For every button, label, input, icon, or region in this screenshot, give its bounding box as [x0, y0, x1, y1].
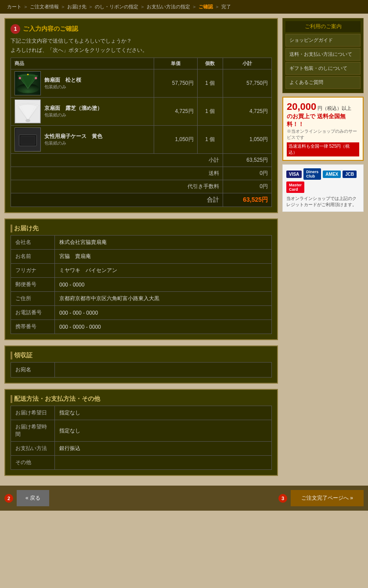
product-image-1 — [14, 71, 41, 95]
total-row: 合計 63,525円 — [11, 193, 272, 207]
footer-buttons: 2 « 戻る 3 ご注文完了ページへ » — [0, 486, 368, 511]
content-area: 1 ご入力内容のご確認 下記ご注文内容で送信してもよろしいでしょうか？ よろしけ… — [4, 18, 278, 481]
table-row: お届け希望時間 指定なし — [11, 420, 272, 442]
confirm-text1: 下記ご注文内容で送信してもよろしいでしょうか？ — [11, 37, 272, 45]
method-section: 配送方法・お支払方法・その他 お届け希望日 指定なし お届け希望時間 指定なし … — [4, 389, 278, 476]
svg-point-1 — [18, 77, 21, 79]
sidebar-item-shopping-guide[interactable]: ショッピングガイド — [285, 34, 361, 47]
amex-logo: AMEX — [323, 171, 341, 178]
product-cell-2: 京扇面 露芝（溜め塗） 包装紙のみ — [11, 98, 154, 126]
breadcrumb-cart[interactable]: カート — [7, 4, 22, 10]
breadcrumb-payment[interactable]: お支払い方法の指定 — [147, 4, 190, 10]
col-price: 単価 — [154, 58, 197, 69]
table-row: お電話番号 000 - 000 - 0000 — [11, 306, 272, 320]
diners-logo: DinersClub — [303, 168, 321, 180]
shipping-value: 0円 — [223, 167, 272, 180]
field-label-mobile: 携帯番号 — [11, 320, 55, 334]
table-row: お支払い方法 銀行振込 — [11, 442, 272, 456]
field-label-phone: お電話番号 — [11, 306, 55, 320]
section2-title: お届け先 — [11, 225, 272, 232]
total-value: 63,525円 — [223, 193, 272, 207]
promo-express: 迅速送料も全国一律 525円（税込） — [287, 142, 359, 156]
field-value-payment: 銀行振込 — [55, 442, 272, 456]
product-name-2: 京扇面 露芝（溜め塗） — [44, 105, 102, 112]
subtotal-value: 63,525円 — [223, 154, 272, 167]
product-subtotal-1: 57,750円 — [223, 69, 272, 98]
back-label: « 戻る — [25, 494, 40, 502]
product-price-1: 57,750円 — [154, 69, 197, 98]
table-row: 携帯番号 000 - 0000 - 0000 — [11, 320, 272, 334]
section4-title: 配送方法・お支払方法・その他 — [11, 395, 272, 403]
receipt-section: 領収証 お宛名 — [4, 345, 278, 384]
table-row: お名前 宮脇 賣扇庵 — [11, 250, 272, 264]
product-sub-1: 包装紙のみ — [44, 84, 81, 90]
sidebar-item-faq[interactable]: よくあるご質問 — [285, 76, 361, 89]
table-row: フリガナ ミヤワキ バイセンアン — [11, 264, 272, 278]
confirm-text2: よろしければ、「次へ」ボタンをクリックしてください。 — [11, 47, 272, 54]
method-table: お届け希望日 指定なし お届け希望時間 指定なし お支払い方法 銀行振込 その他 — [11, 406, 272, 470]
product-sub-2: 包装紙のみ — [44, 112, 102, 118]
card-logos: VISA DinersClub AMEX JCB MasterCard — [286, 168, 360, 193]
table-row: 会社名 株式会社宮脇賣扇庵 — [11, 236, 272, 250]
field-value-phone: 000 - 000 - 0000 — [55, 306, 272, 320]
field-value-zip: 000 - 0000 — [55, 278, 272, 292]
svg-point-3 — [27, 73, 29, 75]
master-logo: MasterCard — [286, 181, 304, 193]
field-value-delivery-date: 指定なし — [55, 406, 272, 420]
back-button[interactable]: « 戻る — [17, 490, 49, 506]
complete-button[interactable]: ご注文完了ページへ » — [291, 490, 364, 506]
table-row: お届け希望日 指定なし — [11, 406, 272, 420]
svg-point-5 — [25, 119, 30, 122]
field-label-address: ご住所 — [11, 292, 55, 306]
promo-amount: 20,000 円（税込）以上 — [287, 101, 359, 113]
product-price-3: 1,050円 — [154, 126, 197, 154]
sidebar-item-shipping[interactable]: 送料・お支払い方法について — [285, 48, 361, 61]
field-label-delivery-time: お届け希望時間 — [11, 420, 55, 442]
table-row: お宛名 — [11, 363, 272, 377]
cod-value: 0円 — [223, 180, 272, 193]
promo-banner: 20,000 円（税込）以上 のお買上で 送料全国無料！！ ※当オンラインショッ… — [282, 97, 364, 161]
breadcrumb-delivery[interactable]: お届け先 — [67, 4, 87, 10]
field-label-name: お名前 — [11, 250, 55, 264]
receipt-table: お宛名 — [11, 362, 272, 377]
product-cell-3: 女性用扇子ケース 黄色 包装紙のみ — [11, 126, 154, 154]
field-label-zip: 郵便番号 — [11, 278, 55, 292]
product-name-3: 女性用扇子ケース 黄色 — [44, 133, 102, 140]
field-label-furigana: フリガナ — [11, 264, 55, 278]
field-label-payment: お支払い方法 — [11, 442, 55, 456]
card-text: 当オンラインショップでは上記のクレジットカードがご利用頂けます。 — [286, 196, 360, 208]
table-row: 女性用扇子ケース 黄色 包装紙のみ 1,050円 1 個 1,050円 — [11, 126, 272, 154]
breadcrumb-noshi[interactable]: のし・リボンの指定 — [95, 4, 138, 10]
col-qty: 個数 — [197, 58, 223, 69]
breadcrumb-customer[interactable]: ご注文者情報 — [30, 4, 59, 10]
promo-free-ship: のお買上で 送料全国無料！！ — [287, 113, 359, 128]
product-qty-1: 1 個 — [197, 69, 223, 98]
product-image-3 — [14, 127, 41, 152]
field-value-furigana: ミヤワキ バイセンアン — [55, 264, 272, 278]
table-row: 郵便番号 000 - 0000 — [11, 278, 272, 292]
total-price: 63,525円 — [243, 196, 268, 203]
col-product: 商品 — [11, 58, 154, 69]
receipt-label: お宛名 — [11, 363, 55, 377]
svg-point-2 — [34, 77, 36, 79]
table-row: その他 — [11, 456, 272, 470]
section1-label: ご入力内容のご確認 — [23, 25, 78, 33]
col-subtotal: 小計 — [223, 58, 272, 69]
order-table: 商品 単価 個数 小計 — [11, 58, 272, 207]
svg-rect-8 — [21, 136, 35, 144]
promo-note: ※当オンラインショップのみのサービスです — [287, 128, 359, 141]
card-banner: VISA DinersClub AMEX JCB MasterCard 当オンラ… — [282, 164, 364, 212]
cod-label: 代引き手数料 — [11, 180, 223, 193]
table-row: 京扇面 露芝（溜め塗） 包装紙のみ 4,725円 1 個 4,725円 — [11, 98, 272, 126]
field-label-delivery-date: お届け希望日 — [11, 406, 55, 420]
field-label-company: 会社名 — [11, 236, 55, 250]
shipping-label: 送料 — [11, 167, 223, 180]
promo-unit: 円（税込）以上 — [317, 105, 351, 111]
product-sub-3: 包装紙のみ — [44, 140, 102, 146]
step1-circle: 1 — [11, 24, 20, 34]
sidebar-item-gift[interactable]: ギフト包装・のしについて — [285, 62, 361, 75]
field-value-address: 京都府京都市中京区六角町富小路東入大黒 — [55, 292, 272, 306]
breadcrumb-complete: 完了 — [221, 4, 231, 10]
field-value-delivery-time: 指定なし — [55, 420, 272, 442]
subtotal-row: 小計 63,525円 — [11, 154, 272, 167]
